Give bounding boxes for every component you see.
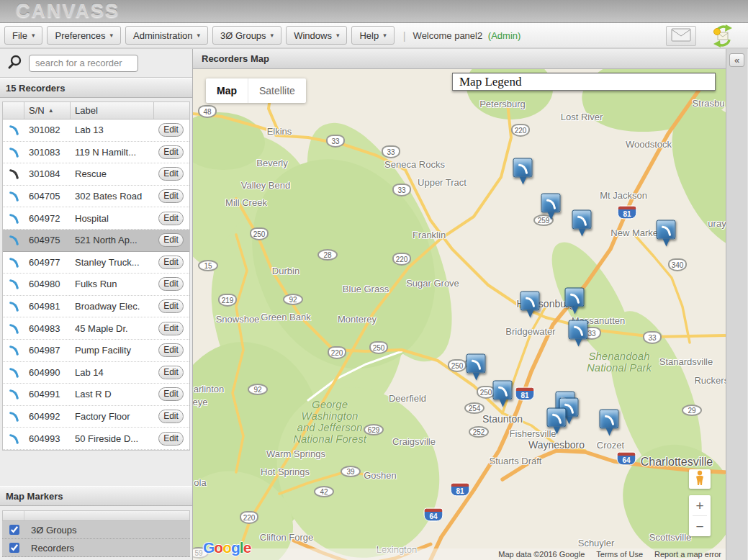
- recorder-label: 45 Maple Dr.: [71, 323, 154, 334]
- recorder-map-pin[interactable]: [565, 288, 585, 315]
- map-town-label: Valley Bend: [241, 180, 290, 191]
- map-canvas[interactable]: PetersburgLost RiverStrasbuWoodstockElki…: [193, 69, 726, 560]
- edit-button[interactable]: Edit: [158, 256, 184, 269]
- recorder-table-row[interactable]: 604977 Stanley Truck... Edit: [3, 252, 189, 274]
- pin-body: [467, 354, 486, 374]
- edit-button[interactable]: Edit: [158, 145, 184, 159]
- sync-mail-button[interactable]: [711, 24, 735, 48]
- pegman-icon: [695, 470, 705, 489]
- recorder-table-row[interactable]: 604992 Factory Floor Edit: [3, 406, 189, 428]
- edit-button[interactable]: Edit: [158, 432, 184, 446]
- pegman-control[interactable]: [689, 469, 711, 489]
- edit-button[interactable]: Edit: [158, 343, 184, 357]
- recorder-table-row[interactable]: 604980 Fulks Run Edit: [3, 274, 189, 296]
- route-shield: 219: [218, 294, 237, 307]
- recorder-map-pin[interactable]: [513, 158, 533, 185]
- recorder-table-row[interactable]: 604991 Last R D Edit: [3, 384, 189, 406]
- pin-tail: [605, 428, 613, 436]
- menu-button[interactable]: 3Ø Groups ▾: [212, 26, 281, 45]
- recorders-checkbox[interactable]: [9, 543, 19, 553]
- recorder-table-row[interactable]: 604705 302 Bates Road Edit: [3, 186, 189, 208]
- recorder-actions: Edit: [154, 189, 189, 203]
- recorder-map-pin[interactable]: [547, 408, 567, 435]
- map-town-label: National Park: [587, 361, 652, 374]
- groups-checkbox[interactable]: [9, 525, 19, 535]
- menu-bar: File ▾ Preferences ▾ Administration ▾ 3Ø…: [0, 23, 748, 49]
- map-town-label: Charlottesville: [641, 456, 713, 469]
- zoom-in-button[interactable]: +: [689, 495, 711, 515]
- recorder-marker-icon: [3, 233, 24, 247]
- menu-button[interactable]: Administration ▾: [125, 26, 208, 45]
- map-town-label: Shenandoah: [588, 350, 649, 362]
- column-sn[interactable]: S/N ▲: [24, 102, 71, 119]
- recorders-rows: 301082 Lab 13 Edit 301083 119 N Hamilt..…: [3, 119, 189, 450]
- recorder-table-row[interactable]: 301084 Rescue Edit: [3, 163, 189, 186]
- route-shield: 250: [369, 341, 388, 354]
- edit-button[interactable]: Edit: [158, 277, 184, 291]
- map-type-satellite-button[interactable]: Satellite: [248, 78, 306, 103]
- map-town-label: Strasbu: [693, 98, 725, 109]
- toggle-row-recorders[interactable]: Recorders: [2, 539, 190, 557]
- column-icon: [3, 102, 24, 119]
- route-shield: 629: [364, 424, 384, 435]
- column-label[interactable]: Label: [71, 102, 154, 119]
- recorder-marker-icon: [3, 277, 24, 291]
- recorder-map-pin[interactable]: [600, 410, 619, 436]
- recorder-table-row[interactable]: 604990 Lab 14 Edit: [3, 362, 189, 384]
- chevron-down-icon: ▾: [271, 32, 274, 39]
- menu-button[interactable]: File ▾: [4, 26, 42, 45]
- edit-button[interactable]: Edit: [158, 366, 184, 379]
- recorder-table-row[interactable]: 604987 Pump Facility Edit: [3, 340, 189, 362]
- recorder-table-row[interactable]: 604993 50 Fireside D... Edit: [3, 428, 189, 450]
- recorder-map-pin[interactable]: [572, 210, 592, 237]
- recorder-actions: Edit: [154, 410, 189, 423]
- recorders-toggle-label: Recorders: [31, 543, 74, 554]
- edit-button[interactable]: Edit: [158, 167, 184, 181]
- edit-button[interactable]: Edit: [158, 233, 184, 247]
- recorder-marker-icon: [3, 366, 24, 379]
- recorder-table-row[interactable]: 604983 45 Maple Dr. Edit: [3, 317, 189, 340]
- mail-button[interactable]: [666, 26, 696, 46]
- edit-button[interactable]: Edit: [158, 387, 184, 401]
- terms-of-use-link[interactable]: Terms of Use: [596, 550, 643, 559]
- search-input[interactable]: [29, 55, 138, 72]
- pin-tail: [499, 399, 506, 407]
- recorder-map-pin[interactable]: [521, 292, 540, 318]
- recorder-map-pin[interactable]: [467, 354, 486, 381]
- collapse-panel-button[interactable]: «: [729, 53, 744, 67]
- toggle-row-groups[interactable]: 3Ø Groups: [2, 521, 190, 539]
- menu-button[interactable]: Help ▾: [351, 26, 394, 45]
- recorder-table-row[interactable]: 301082 Lab 13 Edit: [3, 119, 189, 142]
- recorder-map-pin[interactable]: [493, 381, 513, 407]
- menu-button[interactable]: Windows ▾: [286, 26, 347, 45]
- edit-button[interactable]: Edit: [158, 322, 184, 335]
- recorder-map-pin[interactable]: [569, 320, 588, 347]
- edit-button[interactable]: Edit: [158, 410, 184, 423]
- edit-button[interactable]: Edit: [158, 123, 184, 137]
- edit-button[interactable]: Edit: [158, 189, 184, 203]
- edit-button[interactable]: Edit: [158, 212, 184, 225]
- column-sn-label: S/N: [29, 105, 45, 116]
- edit-button[interactable]: Edit: [158, 299, 184, 313]
- map-panel: Recorders Map: [193, 49, 726, 560]
- recorder-table-row[interactable]: 604972 Hospital Edit: [3, 207, 189, 230]
- recorder-label: Lab 14: [71, 367, 154, 378]
- google-logo[interactable]: Google: [203, 539, 251, 556]
- route-shield: 33: [382, 145, 400, 158]
- recorder-table-row[interactable]: 604975 521 North Ap... Edit: [3, 230, 189, 252]
- recorder-map-pin[interactable]: [541, 194, 561, 220]
- recorder-table-row[interactable]: 604981 Broadway Elec. Edit: [3, 296, 189, 318]
- map-town-label: Ruckersvi: [694, 375, 726, 386]
- recorder-marker-icon: [3, 212, 24, 225]
- map-town-label: Green Bank: [261, 312, 310, 322]
- report-map-error-link[interactable]: Report a map error: [654, 550, 721, 559]
- zoom-out-button[interactable]: −: [689, 516, 711, 536]
- menu-button[interactable]: Preferences ▾: [47, 26, 121, 45]
- recorder-actions: Edit: [154, 212, 189, 225]
- recorder-sn: 604992: [24, 411, 71, 422]
- search-row: [0, 49, 192, 78]
- recorder-table-row[interactable]: 301083 119 N Hamilt... Edit: [3, 142, 189, 164]
- map-type-map-button[interactable]: Map: [206, 78, 248, 103]
- recorder-sn: 604977: [24, 257, 71, 268]
- recorder-map-pin[interactable]: [657, 220, 676, 247]
